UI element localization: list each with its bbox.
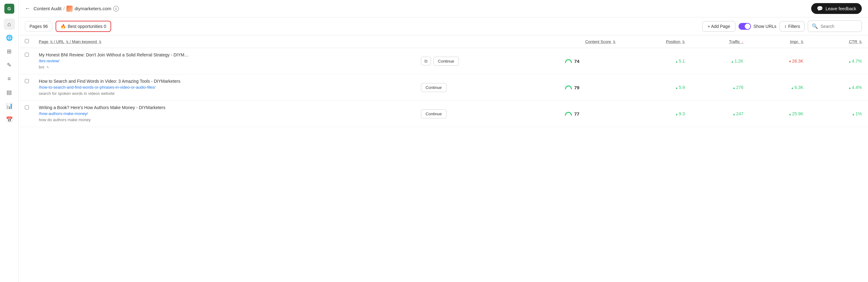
column-header-position[interactable]: Position ⇅ (621, 35, 690, 48)
score-val-2: 77 (574, 111, 580, 116)
best-opportunities-tab[interactable]: 🔥 Best opportunities 0 (56, 21, 111, 32)
cell-position-1: 5.9 (621, 74, 690, 101)
pages-tab-text: Pages 96 (30, 24, 48, 29)
position-val-0: 5.1 (675, 59, 685, 64)
page-url-2[interactable]: /how-authors-make-money/ (39, 111, 413, 116)
row-checkbox-1[interactable] (25, 79, 29, 83)
ctr-arrow-0 (848, 59, 852, 64)
best-opp-text: Best opportunities 0 (68, 24, 106, 29)
score-arc-2 (565, 112, 572, 115)
chart-icon[interactable]: 📊 (4, 100, 15, 112)
leave-feedback-button[interactable]: 💬 Leave feedback (811, 3, 862, 14)
filters-icon: ⫶ (784, 24, 786, 29)
traffic-val-1: 276 (732, 85, 743, 90)
add-page-button[interactable]: + Add Page (702, 21, 736, 32)
column-header-ctr[interactable]: CTR ⇅ (808, 35, 868, 48)
cell-page-0: My Honest BNI Review: Don't Join Without… (34, 48, 418, 74)
impr-val-2: 25.9K (788, 111, 804, 116)
content-table: Page ⇅ / URL ⇅ / Main keyword ⇅ Content … (19, 35, 868, 127)
cell-page-2: Writing a Book? Here's How Authors Make … (34, 101, 418, 127)
table-container: Page ⇅ / URL ⇅ / Main keyword ⇅ Content … (19, 35, 868, 282)
cell-impr-1: 6.3K (748, 74, 808, 101)
page-title-1: How to Search and Find Words in Video: 3… (39, 79, 413, 84)
position-arrow-0 (675, 59, 679, 64)
ctr-val-0: 4.7% (848, 59, 862, 64)
table-header-row: Page ⇅ / URL ⇅ / Main keyword ⇅ Content … (19, 35, 868, 48)
sort-arrow-page: ⇅ (50, 40, 53, 44)
pages-tab[interactable]: Pages 96 (25, 21, 53, 32)
show-urls-label: Show URLs (753, 24, 776, 29)
list-icon[interactable]: ≡ (4, 73, 15, 84)
cell-action-0: ⧉ Continue (418, 48, 524, 74)
show-urls-toggle-container: Show URLs (739, 23, 776, 30)
traffic-arrow-0 (731, 59, 735, 64)
grid-icon[interactable]: ⊞ (4, 46, 15, 57)
info-icon[interactable]: i (113, 6, 119, 11)
position-arrow-1 (675, 85, 679, 90)
cell-traffic-0: 1.2K (690, 48, 748, 74)
toolbar: Pages 96 🔥 Best opportunities 0 + Add Pa… (19, 17, 868, 35)
domain-icon (66, 6, 73, 12)
filters-button[interactable]: ⫶ Filters (779, 21, 805, 32)
search-box[interactable]: 🔍 (808, 21, 862, 32)
home-icon[interactable]: ⌂ (4, 19, 15, 30)
fire-icon: 🔥 (61, 24, 66, 29)
impr-arrow-2 (788, 111, 792, 116)
breadcrumb: Content Audit / diymarketers.com i (34, 6, 119, 12)
pencil-icon[interactable]: ✎ (4, 60, 15, 71)
show-urls-toggle[interactable] (739, 23, 751, 30)
page-keyword-0: bni ✎ (39, 65, 49, 69)
filters-label: Filters (788, 24, 800, 29)
traffic-val-2: 247 (732, 111, 743, 116)
edit-keyword-icon-0[interactable]: ✎ (46, 65, 49, 69)
position-val-2: 9.3 (675, 111, 685, 116)
breadcrumb-separator: / (63, 6, 65, 11)
page-url-1[interactable]: /how-to-search-and-find-words-or-phrases… (39, 85, 413, 90)
cell-traffic-2: 247 (690, 101, 748, 127)
globe-icon[interactable]: 🌐 (4, 32, 15, 43)
row-checkbox-0[interactable] (25, 53, 29, 57)
continue-button-1[interactable]: Continue (421, 83, 446, 92)
chat-icon: 💬 (817, 6, 823, 11)
page-keyword-2: how do authors make money (39, 117, 91, 122)
position-arrow-2 (675, 111, 679, 116)
column-header-page[interactable]: Page ⇅ / URL ⇅ / Main keyword ⇅ (34, 35, 418, 48)
continue-button-0[interactable]: Continue (433, 57, 459, 66)
impr-val-0: 26.3K (788, 59, 804, 64)
page-title-0: My Honest BNI Review: Don't Join Without… (39, 52, 413, 57)
traffic-val-0: 1.2K (731, 59, 744, 64)
score-arc-1 (565, 85, 572, 89)
cell-score-2: 77 (524, 101, 621, 127)
back-button[interactable]: ← (25, 5, 30, 12)
main-content: ← Content Audit / diymarketers.com i 💬 L… (19, 0, 868, 282)
breadcrumb-domain: diymarketers.com (74, 6, 111, 11)
page-title-2: Writing a Book? Here's How Authors Make … (39, 105, 413, 110)
table-row: My Honest BNI Review: Don't Join Without… (19, 48, 868, 74)
cell-action-2: Continue (418, 101, 524, 127)
search-icon: 🔍 (812, 23, 818, 29)
column-header-traffic[interactable]: Traffic ↓ (690, 35, 748, 48)
page-url-0[interactable]: /bni-review/ (39, 59, 413, 63)
sort-arrow-traffic: ↓ (742, 40, 744, 44)
impr-arrow-0 (788, 59, 792, 64)
split-button-0[interactable]: ⧉ (421, 57, 431, 65)
impr-val-1: 6.3K (791, 85, 803, 90)
feedback-label: Leave feedback (826, 6, 856, 11)
select-all-checkbox[interactable] (25, 39, 29, 43)
table-icon[interactable]: ▤ (4, 87, 15, 98)
impr-arrow-1 (791, 85, 795, 90)
search-input[interactable] (820, 24, 858, 29)
score-arc-0 (565, 59, 572, 63)
continue-button-2[interactable]: Continue (421, 109, 446, 118)
table-row: How to Search and Find Words in Video: 3… (19, 74, 868, 101)
cell-score-1: 79 (524, 74, 621, 101)
column-header-content-score[interactable]: Content Score ⇅ (524, 35, 621, 48)
row-checkbox-2[interactable] (25, 105, 29, 109)
sort-arrow-ctr: ⇅ (859, 40, 862, 44)
header: ← Content Audit / diymarketers.com i 💬 L… (19, 0, 868, 17)
ctr-arrow-2 (852, 111, 856, 116)
select-all-checkbox-header[interactable] (19, 35, 34, 48)
ctr-arrow-1 (848, 85, 852, 90)
schedule-icon[interactable]: 📅 (4, 114, 15, 125)
column-header-impr[interactable]: Impr. ⇅ (748, 35, 808, 48)
